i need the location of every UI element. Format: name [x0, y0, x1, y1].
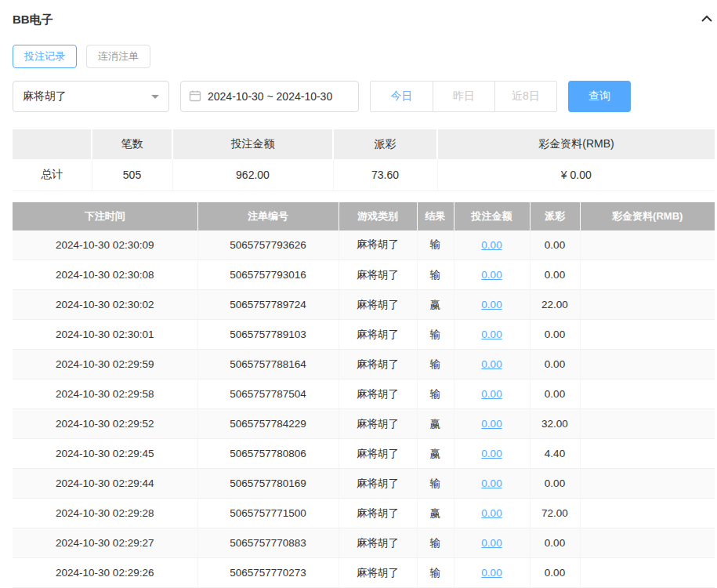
cell-bonus — [580, 260, 715, 290]
cell-bet-amount: 0.00 — [454, 379, 530, 409]
cell-bet-time: 2024-10-30 02:29:26 — [13, 558, 197, 588]
table-row: 2024-10-30 02:30:01 5065757789103 麻将胡了 输… — [13, 320, 715, 350]
cell-bet-amount: 0.00 — [454, 409, 530, 439]
cell-result: 赢 — [417, 439, 454, 469]
cell-bonus — [580, 230, 715, 260]
summary-total-count: 505 — [92, 159, 172, 191]
table-row: 2024-10-30 02:29:44 5065757780169 麻将胡了 输… — [13, 469, 715, 499]
table-row: 2024-10-30 02:29:52 5065757784229 麻将胡了 赢… — [13, 409, 715, 439]
cell-game-type: 麻将胡了 — [339, 528, 417, 558]
cell-bet-amount: 0.00 — [454, 439, 530, 469]
cell-order-number: 5065757787504 — [197, 379, 339, 409]
bet-amount-link[interactable]: 0.00 — [481, 328, 502, 340]
cell-bet-time: 2024-10-30 02:30:01 — [13, 320, 197, 350]
bet-amount-link[interactable]: 0.00 — [481, 299, 502, 310]
summary-total-row: 总计 505 962.00 73.60 ¥ 0.00 — [13, 159, 715, 191]
date-range-picker[interactable]: 2024-10-30 ~ 2024-10-30 — [180, 81, 359, 112]
summary-header-bet: 投注金额 — [172, 129, 333, 159]
bet-amount-link[interactable]: 0.00 — [481, 537, 502, 549]
table-row: 2024-10-30 02:30:02 5065757789724 麻将胡了 赢… — [13, 290, 715, 320]
bet-amount-link[interactable]: 0.00 — [481, 418, 502, 430]
header-order-number: 注单编号 — [197, 202, 339, 230]
collapse-button[interactable] — [699, 13, 715, 27]
cell-bonus — [580, 558, 715, 588]
cell-payout: 0.00 — [530, 320, 580, 350]
cell-bonus — [580, 409, 715, 439]
cell-result: 输 — [417, 260, 454, 290]
cell-order-number: 5065757788164 — [197, 350, 339, 379]
cell-bet-amount: 0.00 — [454, 469, 530, 499]
cell-game-type: 麻将胡了 — [339, 290, 417, 320]
cell-game-type: 麻将胡了 — [339, 379, 417, 409]
cell-bet-amount: 0.00 — [454, 558, 530, 588]
cell-order-number: 5065757793016 — [197, 260, 339, 290]
table-row: 2024-10-30 02:30:09 5065757793626 麻将胡了 输… — [13, 230, 715, 260]
cell-result: 输 — [417, 379, 454, 409]
cell-bonus — [580, 469, 715, 499]
cell-bet-time: 2024-10-30 02:29:58 — [13, 379, 197, 409]
header-bonus: 彩金资料(RMB) — [580, 202, 715, 230]
cell-payout: 4.40 — [530, 439, 580, 469]
cell-game-type: 麻将胡了 — [339, 260, 417, 290]
quick-range-group: 今日 昨日 近8日 — [370, 81, 557, 112]
table-row: 2024-10-30 02:29:27 5065757770883 麻将胡了 输… — [13, 528, 715, 558]
cell-bet-amount: 0.00 — [454, 499, 530, 528]
bet-amount-link[interactable]: 0.00 — [481, 448, 502, 459]
game-select-value: 麻将胡了 — [23, 89, 67, 103]
record-tabs: 投注记录 连消注单 — [13, 45, 715, 68]
cell-bet-amount: 0.00 — [454, 290, 530, 320]
cell-payout: 22.00 — [530, 290, 580, 320]
cell-bonus — [580, 528, 715, 558]
cell-bet-time: 2024-10-30 02:29:52 — [13, 409, 197, 439]
cell-game-type: 麻将胡了 — [339, 350, 417, 379]
cell-order-number: 5065757784229 — [197, 409, 339, 439]
summary-header-row: 笔数 投注金额 派彩 彩金资料(RMB) — [13, 129, 715, 159]
summary-header-count: 笔数 — [92, 129, 172, 159]
cell-bet-time: 2024-10-30 02:29:28 — [13, 499, 197, 528]
bet-amount-link[interactable]: 0.00 — [481, 239, 502, 251]
header-bet-time: 下注时间 — [13, 202, 197, 230]
bet-amount-link[interactable]: 0.00 — [481, 269, 502, 281]
cell-game-type: 麻将胡了 — [339, 409, 417, 439]
cell-bonus — [580, 499, 715, 528]
cell-payout: 0.00 — [530, 469, 580, 499]
search-button[interactable]: 查询 — [568, 81, 631, 112]
cell-bet-amount: 0.00 — [454, 320, 530, 350]
game-select[interactable]: 麻将胡了 — [13, 81, 169, 112]
bet-amount-link[interactable]: 0.00 — [481, 507, 502, 519]
cell-bet-time: 2024-10-30 02:30:08 — [13, 260, 197, 290]
range-button-last8days[interactable]: 近8日 — [494, 82, 556, 111]
bet-amount-link[interactable]: 0.00 — [481, 358, 502, 370]
cell-payout: 0.00 — [530, 350, 580, 379]
summary-total-bonus: ¥ 0.00 — [437, 159, 715, 191]
header-result: 结果 — [417, 202, 454, 230]
chevron-up-icon — [701, 14, 713, 26]
tab-bet-records[interactable]: 投注记录 — [13, 45, 77, 68]
range-button-today[interactable]: 今日 — [371, 82, 433, 111]
cell-bet-amount: 0.00 — [454, 260, 530, 290]
tab-cascade-orders[interactable]: 连消注单 — [86, 45, 150, 68]
cell-bonus — [580, 290, 715, 320]
calendar-icon — [189, 89, 201, 104]
bet-table-body: 2024-10-30 02:30:09 5065757793626 麻将胡了 输… — [13, 230, 715, 588]
cell-payout: 0.00 — [530, 379, 580, 409]
bet-amount-link[interactable]: 0.00 — [481, 567, 502, 579]
cell-order-number: 5065757789103 — [197, 320, 339, 350]
cell-game-type: 麻将胡了 — [339, 469, 417, 499]
bet-records-panel: BB电子 投注记录 连消注单 麻将胡了 2024-10-30 ~ 2024-10… — [13, 0, 715, 588]
range-button-yesterday[interactable]: 昨日 — [433, 82, 494, 111]
panel-header: BB电子 — [13, 0, 715, 27]
cell-bet-amount: 0.00 — [454, 230, 530, 260]
cell-bet-amount: 0.00 — [454, 528, 530, 558]
bet-amount-link[interactable]: 0.00 — [481, 388, 502, 400]
table-row: 2024-10-30 02:29:28 5065757771500 麻将胡了 赢… — [13, 499, 715, 528]
header-payout: 派彩 — [530, 202, 580, 230]
cell-payout: 0.00 — [530, 260, 580, 290]
cell-payout: 0.00 — [530, 558, 580, 588]
summary-header-bonus: 彩金资料(RMB) — [437, 129, 715, 159]
date-range-value: 2024-10-30 ~ 2024-10-30 — [208, 90, 332, 103]
cell-order-number: 5065757770273 — [197, 558, 339, 588]
bet-amount-link[interactable]: 0.00 — [481, 477, 502, 489]
cell-game-type: 麻将胡了 — [339, 439, 417, 469]
cell-game-type: 麻将胡了 — [339, 320, 417, 350]
